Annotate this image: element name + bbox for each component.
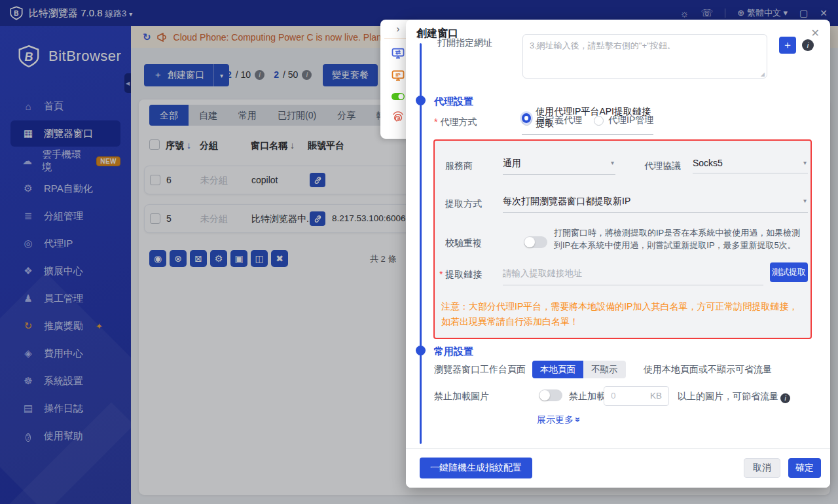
create-window-modal: 創建窗口 ✕ 打開指定網址 3.網址輸入後，請點擊右側的"+"按鈕。 ◢ ＋ i… bbox=[406, 20, 830, 488]
block-images-suffix: 以上的圖片，可節省流量i bbox=[678, 391, 790, 403]
proxy-section-title: 代理設置 bbox=[434, 96, 473, 108]
bitbrowser-app: B 比特瀏覽器 7.0.8 線路3▾ ☼ ☏ ⊕ 繁體中文 ▾ ▢ ✕ B bbox=[0, 0, 838, 504]
resize-handle-icon[interactable]: ◢ bbox=[761, 71, 765, 77]
block-images-label: 禁止加載圖片 bbox=[434, 391, 489, 403]
close-icon[interactable]: ✕ bbox=[811, 27, 820, 39]
whitelist-warning: 注意：大部分代理IP平台，需要將本地設備的IP加入其白名單，方可正常訪問提取鏈接… bbox=[441, 299, 805, 329]
radio-icon bbox=[522, 113, 531, 123]
open-url-placeholder: 3.網址輸入後，請點擊右側的"+"按鈕。 bbox=[530, 41, 676, 50]
proxy-toggle-icon[interactable] bbox=[390, 91, 406, 101]
svg-text:IP: IP bbox=[395, 72, 401, 78]
extract-url-label: 提取鏈接 bbox=[439, 269, 482, 281]
block-images-toggle-text: 禁止加載 bbox=[569, 391, 606, 403]
timeline-dot bbox=[416, 96, 426, 105]
protocol-label: 代理協議 bbox=[644, 160, 681, 172]
dup-check-label: 校驗重複 bbox=[445, 238, 482, 249]
confirm-button[interactable]: 確定 bbox=[788, 458, 821, 478]
image-size-value: 0 bbox=[611, 391, 616, 401]
provider-label: 服務商 bbox=[445, 160, 473, 172]
proxy-api-settings-box: 服務商 通用▾ 代理協議 Socks5▾ 提取方式 每次打開瀏覽器窗口都提取新I… bbox=[433, 139, 812, 339]
workbench-local-page-option[interactable]: 本地頁面 bbox=[532, 361, 583, 378]
info-icon[interactable]: i bbox=[780, 393, 790, 403]
double-chevron-down-icon: » bbox=[573, 417, 583, 422]
fingerprint-icon[interactable] bbox=[391, 109, 405, 124]
window-sync-icon[interactable] bbox=[391, 46, 405, 61]
ip-monitor-icon[interactable]: IP bbox=[391, 69, 405, 83]
image-size-unit: KB bbox=[650, 391, 662, 401]
workbench-segmented-control: 本地頁面 不顯示 bbox=[532, 361, 626, 378]
info-icon[interactable]: i bbox=[802, 39, 814, 51]
chevron-down-icon: ▾ bbox=[611, 159, 614, 166]
workbench-hint: 使用本地頁面或不顯示可省流量 bbox=[644, 364, 772, 376]
proxy-method-label: 代理方式 bbox=[434, 117, 477, 128]
image-size-input[interactable]: 0 KB bbox=[604, 386, 669, 406]
radio-api-extract[interactable]: 使用代理IP平台API提取鏈接提取 bbox=[522, 106, 653, 135]
block-images-toggle[interactable] bbox=[539, 389, 562, 401]
proxy-method-radios: 自定義代理 使用代理IP平台API提取鏈接提取 代理IP管理 bbox=[522, 115, 653, 126]
extract-mode-select[interactable]: 每次打開瀏覽器窗口都提取新IP▾ bbox=[503, 196, 808, 213]
workbench-hide-option[interactable]: 不顯示 bbox=[583, 361, 626, 378]
dup-check-toggle[interactable] bbox=[524, 236, 547, 248]
open-url-textarea[interactable]: 3.網址輸入後，請點擊右側的"+"按鈕。 ◢ bbox=[522, 34, 767, 79]
chevron-down-icon: ▾ bbox=[803, 197, 807, 204]
test-extract-button[interactable]: 測試提取 bbox=[770, 262, 808, 282]
protocol-select[interactable]: Socks5▾ bbox=[693, 158, 808, 173]
provider-select[interactable]: 通用▾ bbox=[503, 158, 615, 175]
random-fingerprint-button[interactable]: 一鍵隨機生成指紋配置 bbox=[420, 458, 532, 478]
timeline-dot bbox=[416, 346, 426, 355]
dup-check-description: 打開窗口時，將檢測提取的IP是否在本系統中被使用過，如果檢測到IP在本系統中使用… bbox=[554, 226, 808, 251]
chevron-down-icon: ▾ bbox=[803, 159, 807, 166]
extract-mode-label: 提取方式 bbox=[445, 198, 482, 210]
common-section-title: 常用設置 bbox=[434, 346, 473, 358]
modal-footer: 一鍵隨機生成指紋配置 取消 確定 bbox=[406, 448, 830, 488]
show-more-link[interactable]: 展示更多» bbox=[537, 414, 581, 426]
cancel-button[interactable]: 取消 bbox=[744, 458, 780, 478]
open-url-label: 打開指定網址 bbox=[437, 37, 492, 49]
workbench-label: 瀏覽器窗口工作台頁面 bbox=[434, 364, 526, 376]
extract-url-input[interactable]: 請輸入提取鏈接地址 bbox=[503, 268, 763, 285]
add-url-button[interactable]: ＋ bbox=[779, 37, 796, 54]
